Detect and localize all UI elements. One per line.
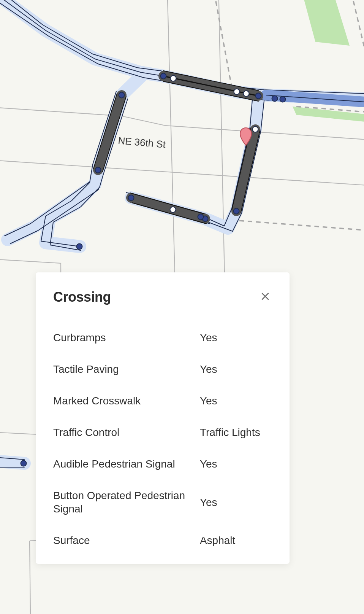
- svg-point-22: [95, 167, 101, 173]
- svg-point-35: [170, 207, 176, 213]
- attr-row-button-operated-signal: Button Operated Pedestrian Signal Yes: [53, 480, 272, 525]
- attr-label: Button Operated Pedestrian Signal: [53, 489, 188, 515]
- svg-point-32: [234, 89, 240, 95]
- attr-label: Marked Crosswalk: [53, 394, 188, 407]
- svg-point-30: [21, 461, 27, 466]
- map-marker[interactable]: [239, 127, 253, 146]
- attr-label: Traffic Control: [53, 426, 188, 439]
- svg-point-28: [198, 214, 204, 220]
- attr-row-marked-crosswalk: Marked Crosswalk Yes: [53, 385, 272, 417]
- close-button[interactable]: [258, 290, 272, 305]
- svg-point-26: [272, 96, 278, 102]
- close-icon: [261, 292, 270, 301]
- attr-label: Tactile Paving: [53, 363, 188, 376]
- attr-row-tactile-paving: Tactile Paving Yes: [53, 353, 272, 385]
- svg-point-27: [280, 97, 286, 102]
- attr-label: Curbramps: [53, 331, 188, 344]
- attr-value: Yes: [200, 394, 272, 407]
- feature-info-card: Crossing Curbramps Yes Tactile Paving Ye…: [36, 272, 290, 564]
- svg-point-23: [128, 195, 134, 201]
- attr-row-curbramps: Curbramps Yes: [53, 322, 272, 353]
- attr-row-surface: Surface Asphalt: [53, 525, 272, 556]
- attr-label: Surface: [53, 534, 188, 547]
- attr-row-audible-pedestrian-signal: Audible Pedestrian Signal Yes: [53, 448, 272, 480]
- svg-point-21: [119, 92, 125, 98]
- attr-label: Audible Pedestrian Signal: [53, 457, 188, 471]
- svg-point-20: [256, 93, 261, 99]
- svg-point-31: [171, 76, 176, 81]
- attr-value: Yes: [200, 363, 272, 376]
- attr-value: Asphalt: [200, 534, 272, 547]
- svg-point-29: [77, 244, 82, 250]
- attr-value: Traffic Lights: [200, 426, 272, 439]
- svg-point-33: [244, 91, 249, 97]
- attr-value: Yes: [200, 496, 272, 509]
- svg-point-34: [253, 127, 258, 132]
- svg-point-19: [161, 73, 166, 79]
- svg-point-25: [234, 208, 239, 214]
- attr-value: Yes: [200, 457, 272, 471]
- attr-row-traffic-control: Traffic Control Traffic Lights: [53, 417, 272, 448]
- attr-value: Yes: [200, 331, 272, 344]
- card-title: Crossing: [53, 289, 111, 305]
